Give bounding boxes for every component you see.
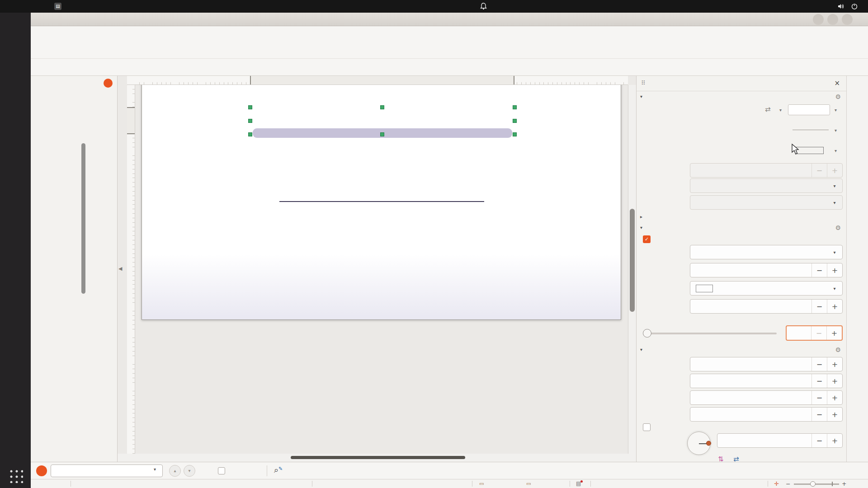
mouse-cursor: [791, 144, 800, 157]
notification-bell-icon: [480, 3, 487, 11]
zoom-out-button[interactable]: −: [786, 479, 790, 488]
document-modified-icon[interactable]: ▤: [576, 480, 581, 487]
shadow-transparency-field[interactable]: −+: [786, 325, 843, 341]
match-case-checkbox[interactable]: [218, 467, 225, 474]
minimize-button[interactable]: [813, 14, 824, 25]
panel-grip-icon: ⠿: [641, 80, 646, 86]
plus-button[interactable]: +: [827, 374, 842, 388]
horizontal-scrollbar-thumb[interactable]: [291, 456, 465, 459]
slide-canvas[interactable]: [135, 85, 628, 454]
status-bar: ▭ ▭ ▤ ✛ − +: [31, 479, 868, 488]
window-title-bar[interactable]: [31, 13, 868, 26]
corner-style-dropdown[interactable]: ▾: [690, 178, 843, 193]
selection-handle-top-center[interactable]: [380, 105, 384, 109]
selection-handle-middle-left[interactable]: [248, 119, 252, 123]
line-style-icon[interactable]: ⇄: [765, 105, 771, 113]
shadow-color-dropdown[interactable]: ▾: [690, 281, 843, 296]
plus-button[interactable]: +: [827, 300, 842, 313]
plus-button[interactable]: +: [827, 434, 842, 447]
minus-button[interactable]: −: [811, 326, 826, 340]
line-gear-icon[interactable]: ⚙: [835, 93, 841, 100]
shadow-gear-icon[interactable]: ⚙: [835, 224, 841, 231]
shadow-transparency-slider-knob[interactable]: [643, 329, 651, 338]
find-toolbar: ▾ ▴ ▾ ⌕✎: [31, 462, 868, 479]
find-close-button[interactable]: [36, 465, 47, 476]
keep-ratio-checkbox[interactable]: [643, 423, 651, 431]
selection-handle-top-right[interactable]: [513, 105, 517, 109]
plus-button[interactable]: +: [827, 263, 842, 277]
horizontal-scrollbar[interactable]: [118, 454, 636, 462]
vertical-scrollbar-thumb[interactable]: [630, 209, 635, 312]
shadow-distance-field[interactable]: −+: [690, 263, 843, 277]
line-color-swatch[interactable]: [796, 147, 824, 154]
show-applications-button[interactable]: [6, 466, 24, 484]
plus-button[interactable]: +: [827, 391, 842, 404]
minus-button[interactable]: −: [811, 357, 827, 371]
selection-handle-middle-right[interactable]: [513, 119, 517, 123]
selection-handle-bottom-center[interactable]: [380, 132, 384, 136]
slides-panel-scrollbar[interactable]: [81, 143, 85, 294]
chevron-down-icon[interactable]: ▾: [827, 179, 842, 192]
flip-horizontal-icon[interactable]: ⇄: [733, 455, 739, 462]
chevron-down-icon[interactable]: ▾: [827, 245, 842, 259]
slide-13-editing-area[interactable]: [142, 85, 621, 320]
selection-handle-top-left[interactable]: [248, 105, 252, 109]
minus-button[interactable]: −: [811, 164, 827, 177]
chevron-down-icon[interactable]: ▾: [827, 282, 842, 295]
vertical-scrollbar[interactable]: [628, 85, 636, 462]
selection-handle-bottom-right[interactable]: [513, 132, 517, 136]
close-button[interactable]: [842, 14, 853, 25]
shadow-angle-dropdown[interactable]: ▾: [690, 245, 843, 259]
zoom-in-button[interactable]: +: [842, 479, 846, 488]
horizontal-ruler: [135, 76, 628, 85]
properties-panel: ⠿ × ▾⚙ ⇄ ▾ ▾ ▾ ▾ −+ ▾ ▾: [636, 76, 846, 462]
vertical-ruler: [127, 85, 135, 454]
maximize-button[interactable]: [827, 14, 838, 25]
minus-button[interactable]: −: [811, 434, 827, 447]
timeline-connector[interactable]: [279, 201, 484, 202]
power-icon[interactable]: [851, 3, 858, 11]
plus-button[interactable]: +: [827, 408, 842, 421]
slides-panel: [31, 76, 118, 462]
sidebar-tab-strip: [846, 76, 868, 462]
find-next-button[interactable]: ▾: [184, 465, 195, 477]
possize-gear-icon[interactable]: ⚙: [835, 346, 841, 353]
position-y-field[interactable]: −+: [690, 374, 843, 388]
selection-handle-bottom-left[interactable]: [248, 132, 252, 136]
plus-button[interactable]: +: [827, 357, 842, 371]
flip-vertical-icon[interactable]: ⇅: [718, 455, 724, 462]
minus-button[interactable]: −: [811, 300, 827, 313]
volume-icon[interactable]: [837, 3, 844, 11]
minus-button[interactable]: −: [811, 391, 827, 404]
find-and-replace-icon[interactable]: ⌕✎: [274, 465, 278, 475]
minus-button[interactable]: −: [811, 408, 827, 421]
slides-panel-close-button[interactable]: [104, 79, 113, 88]
menu-bar: [31, 26, 868, 40]
height-field[interactable]: −+: [690, 407, 843, 422]
position-x-field[interactable]: −+: [690, 357, 843, 371]
find-previous-button[interactable]: ▴: [169, 465, 181, 477]
chevron-down-icon[interactable]: ▾: [827, 196, 842, 209]
width-field[interactable]: −+: [690, 390, 843, 405]
shadow-enable-checkbox[interactable]: ✓: [643, 235, 651, 243]
fit-slide-icon[interactable]: ✛: [774, 479, 779, 488]
minus-button[interactable]: −: [811, 374, 827, 388]
properties-close-icon[interactable]: ×: [834, 79, 840, 87]
shadow-transparency-slider[interactable]: [643, 333, 777, 334]
find-history-chevron-icon[interactable]: ▾: [154, 467, 156, 472]
rotation-field[interactable]: −+: [717, 433, 843, 448]
minus-button[interactable]: −: [811, 263, 827, 277]
line-transparency-field[interactable]: −+: [690, 163, 843, 178]
panel-splitter-handle[interactable]: ◀: [118, 266, 122, 272]
line-style-dropdown[interactable]: [788, 104, 830, 115]
shadow-blur-field[interactable]: −+: [690, 299, 843, 314]
line-width-preview[interactable]: [793, 130, 829, 130]
drawing-toolbar: [31, 59, 868, 76]
find-input[interactable]: [51, 465, 163, 477]
plus-button[interactable]: +: [826, 326, 842, 340]
plus-button[interactable]: +: [827, 164, 842, 177]
shadow-color-swatch[interactable]: [696, 285, 713, 292]
zoom-slider-knob[interactable]: [810, 481, 816, 487]
cap-style-dropdown[interactable]: ▾: [690, 195, 843, 210]
rotation-dial[interactable]: [687, 432, 711, 455]
